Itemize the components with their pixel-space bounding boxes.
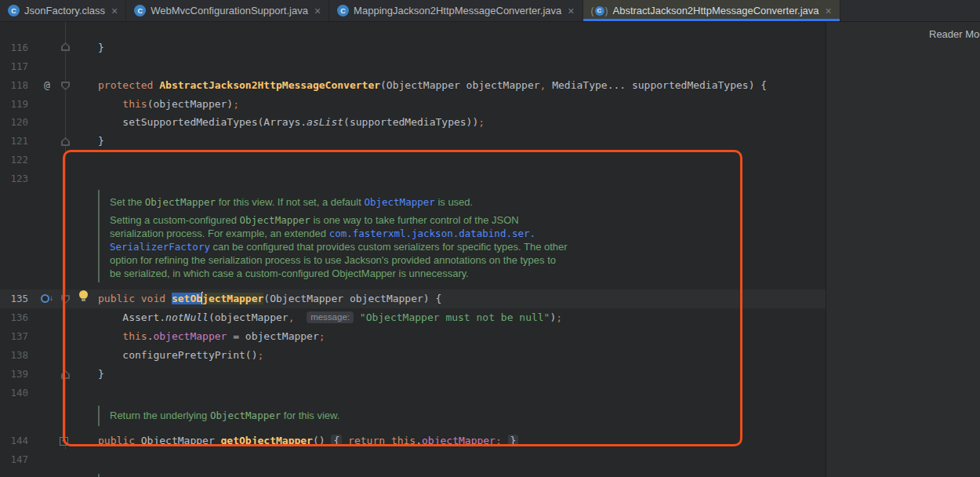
code-text: } xyxy=(98,38,104,57)
javadoc-line: Setting a custom-configured ObjectMapper… xyxy=(110,213,519,227)
tab-label: JsonFactory.class xyxy=(24,5,105,16)
code-line-123[interactable]: 123 xyxy=(0,169,826,188)
code-line-139[interactable]: 139} xyxy=(0,365,826,384)
annotation-gutter-icon: @ xyxy=(39,76,55,95)
code-line-135[interactable]: 135public void setObjectMapper(ObjectMap… xyxy=(0,289,826,308)
code-text: configurePrettyPrint(); xyxy=(98,346,263,365)
code-line-119[interactable]: 119 this(objectMapper); xyxy=(0,95,826,114)
editor-tab-4[interactable]: (C)AbstractJackson2HttpMessageConverter.… xyxy=(583,0,840,21)
class-icon: C xyxy=(134,5,146,16)
tab-label: MappingJackson2HttpMessageConverter.java xyxy=(354,5,561,16)
code-line-120[interactable]: 120 setSupportedMediaTypes(Arrays.asList… xyxy=(0,113,826,132)
line-number: 138 xyxy=(3,346,28,365)
abstract-class-icon: (C) xyxy=(591,5,608,16)
code-text: Assert.notNull(objectMapper, message: "O… xyxy=(98,308,562,327)
code-line-147[interactable]: 147 xyxy=(0,450,826,469)
ide-window: { "tabs": [ {"label": "JsonFactory.class… xyxy=(0,0,980,477)
line-number: 135 xyxy=(3,289,28,308)
tab-close-icon[interactable]: × xyxy=(110,5,118,16)
line-number: 117 xyxy=(3,57,28,76)
line-number: 123 xyxy=(3,169,28,188)
javadoc-link[interactable]: SerializerFactory xyxy=(110,241,210,253)
tab-close-icon[interactable]: × xyxy=(313,5,321,16)
code-text: public void setObjectMapper(ObjectMapper… xyxy=(98,289,441,308)
code-text: } xyxy=(98,365,104,384)
javadoc-line: be serialized, in which case a custom-co… xyxy=(110,267,469,280)
intention-lightbulb-icon[interactable] xyxy=(79,290,88,299)
javadoc-line: option for refining the serialization pr… xyxy=(110,253,556,267)
line-number: 121 xyxy=(3,132,28,151)
code-line-122[interactable]: 122 xyxy=(0,151,826,169)
tab-close-icon[interactable]: × xyxy=(566,5,574,16)
code-line-117[interactable]: 117 xyxy=(0,57,826,76)
line-number: 120 xyxy=(3,113,28,132)
editor-right-panel: Reader Mode xyxy=(826,22,980,477)
code-text: public ObjectMapper getObjectMapper() { … xyxy=(98,431,518,450)
javadoc-line: SerializerFactory can be configured that… xyxy=(110,240,568,253)
overridden-method-icon[interactable] xyxy=(41,294,49,303)
line-number: 122 xyxy=(3,151,28,169)
line-number: 119 xyxy=(3,95,28,114)
code-line-121[interactable]: 121} xyxy=(0,132,826,151)
code-line-140[interactable]: 140 xyxy=(0,384,826,402)
line-number: 118 xyxy=(3,76,28,95)
line-number: 116 xyxy=(3,38,28,57)
line-number: 136 xyxy=(3,308,28,327)
parameter-hint-inlay: message: xyxy=(307,311,354,323)
editor-tab-1[interactable]: CJsonFactory.class× xyxy=(0,0,126,21)
editor-tab-bar: CJsonFactory.class×CWebMvcConfigurationS… xyxy=(0,0,980,22)
line-number: 147 xyxy=(3,450,28,469)
javadoc-gutter-bar xyxy=(98,190,100,282)
editor-tab-2[interactable]: CWebMvcConfigurationSupport.java× xyxy=(126,0,329,21)
javadoc-line: Set the ObjectMapper for this view. If n… xyxy=(110,195,473,209)
line-number: 139 xyxy=(3,365,28,384)
code-text: protected AbstractJackson2HttpMessageCon… xyxy=(98,76,767,95)
code-line-136[interactable]: 136 Assert.notNull(objectMapper, message… xyxy=(0,308,826,327)
reader-mode-toggle[interactable]: Reader Mode xyxy=(929,28,980,40)
javadoc-gutter-bar xyxy=(98,406,100,426)
tab-label: WebMvcConfigurationSupport.java xyxy=(151,5,308,16)
code-text: this(objectMapper); xyxy=(98,95,239,114)
javadoc-line: serialization process. For example, an e… xyxy=(110,227,535,240)
code-editor[interactable]: 116}117118protected AbstractJackson2Http… xyxy=(0,22,980,477)
javadoc-line: Return the underlying ObjectMapper for t… xyxy=(110,409,339,422)
code-line-138[interactable]: 138 configurePrettyPrint(); xyxy=(0,346,826,365)
code-text: } xyxy=(98,132,104,151)
tab-close-icon[interactable]: × xyxy=(824,5,832,16)
code-text: this.objectMapper = objectMapper; xyxy=(98,327,325,346)
javadoc-gutter-bar xyxy=(98,474,100,477)
code-line-118[interactable]: 118protected AbstractJackson2HttpMessage… xyxy=(0,76,826,95)
code-line-137[interactable]: 137 this.objectMapper = objectMapper; xyxy=(0,327,826,346)
tab-label: AbstractJackson2HttpMessageConverter.jav… xyxy=(613,5,819,16)
javadoc-link[interactable]: ObjectMapper xyxy=(364,196,434,208)
code-line-144[interactable]: 144public ObjectMapper getObjectMapper()… xyxy=(0,431,826,450)
class-icon: C xyxy=(337,5,349,16)
line-number: 144 xyxy=(3,431,28,450)
code-text: setSupportedMediaTypes(Arrays.asList(sup… xyxy=(98,113,485,132)
code-line-116[interactable]: 116} xyxy=(0,38,826,57)
line-number: 137 xyxy=(3,327,28,346)
fold-expand-icon[interactable]: + xyxy=(60,437,68,446)
class-icon: C xyxy=(8,5,20,16)
editor-tab-3[interactable]: CMappingJackson2HttpMessageConverter.jav… xyxy=(329,0,583,21)
javadoc-link[interactable]: com.fasterxml.jackson.databind.ser. xyxy=(329,228,535,239)
line-number: 140 xyxy=(3,384,28,402)
